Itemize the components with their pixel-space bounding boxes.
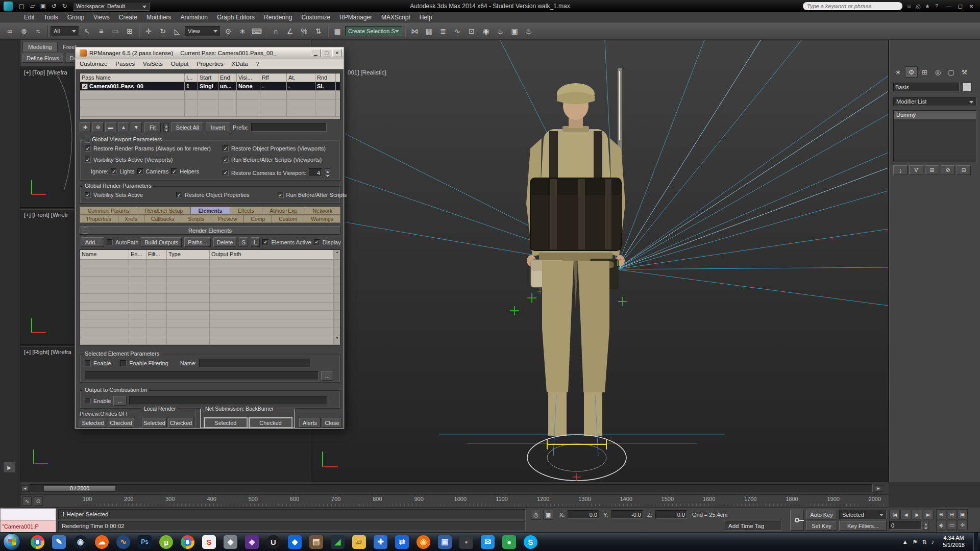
delete-element-button[interactable]: Delete (213, 237, 237, 247)
menu-help[interactable]: Help (415, 14, 437, 21)
viewport-camera-label[interactable]: 001] [Realistic] (348, 69, 386, 76)
delete-pass-icon[interactable]: ▬ (105, 122, 116, 132)
save-file-icon[interactable]: ▣ (38, 1, 48, 11)
dropbox-icon[interactable]: ◆ (288, 535, 302, 549)
audacity-icon[interactable]: ∿ (116, 535, 130, 549)
fit-button[interactable]: Fit (144, 122, 161, 132)
schematic-view-icon[interactable]: ⊡ (465, 24, 478, 38)
menu-views[interactable]: Views (89, 14, 114, 21)
elements-scrollbar[interactable]: ▲ (334, 250, 340, 259)
paths-button[interactable]: Paths... (184, 237, 210, 247)
local-checked-button[interactable]: Checked (168, 418, 193, 428)
start-button[interactable] (3, 533, 20, 550)
material-editor-icon[interactable]: ◉ (479, 24, 493, 38)
combustion-path-input[interactable] (129, 396, 327, 405)
play-button[interactable]: ▶ (912, 510, 922, 519)
clone-pass-icon[interactable]: ⊕ (92, 122, 104, 132)
preview-selected-button[interactable]: Selected (80, 418, 106, 428)
close-button[interactable]: ✕ (966, 2, 977, 11)
select-and-link-icon[interactable]: ∞ (3, 24, 16, 38)
pass-column-rnd[interactable]: Rnd (315, 73, 336, 82)
curve-editor-icon[interactable]: ∿ (451, 24, 464, 38)
mail-app-icon[interactable]: ✉ (481, 535, 495, 549)
network-icon[interactable]: ⇅ (922, 539, 926, 545)
display-checkbox[interactable] (314, 239, 320, 245)
pass-column-at[interactable]: At. (287, 73, 315, 82)
dialog-close-button[interactable]: ✕ (332, 49, 342, 57)
add-pass-icon[interactable]: ✚ (80, 122, 91, 132)
favorites-icon[interactable]: ★ (923, 2, 932, 11)
orange-app-icon[interactable]: ☁ (95, 535, 109, 549)
time-slider-thumb[interactable]: 0 / 2000 (43, 485, 116, 491)
z-coordinate-field[interactable]: 0.0 (655, 510, 687, 519)
zoom-extents-all-icon[interactable]: ◈ (936, 520, 946, 530)
pan-icon[interactable]: ✛ (958, 520, 968, 530)
mirror-icon[interactable]: ⋈ (408, 24, 421, 38)
render-setup-icon[interactable]: ♨ (494, 24, 507, 38)
elements-column-name[interactable]: Name (80, 250, 129, 259)
gray-app-icon[interactable]: ◆ (224, 535, 237, 549)
notepad-app-icon[interactable]: ✎ (52, 535, 66, 549)
menu-rendering[interactable]: Rendering (259, 14, 297, 21)
viewport-camera[interactable]: 001] [Realistic] (311, 40, 889, 482)
render-elements-rollout[interactable]: - Render Elements (80, 226, 340, 235)
alerts-button[interactable]: Alerts (299, 418, 321, 428)
red-s-app-icon[interactable]: S (202, 535, 216, 549)
ignore-lights-checkbox[interactable] (111, 168, 117, 174)
menu-edit[interactable]: Edit (19, 14, 39, 21)
combustion-enable-checkbox[interactable] (85, 398, 91, 404)
redo-icon[interactable]: ↻ (59, 1, 70, 11)
menu-group[interactable]: Group (63, 14, 89, 21)
tab-effects[interactable]: Effects (230, 207, 261, 215)
restore-render-params-checkbox[interactable] (85, 145, 91, 152)
tools-app-icon[interactable]: ✚ (374, 535, 387, 549)
new-scene-icon[interactable]: ▢ (16, 1, 27, 11)
track-bar[interactable]: ∿⊙ 1002003004005006007008009001000110012… (20, 495, 889, 508)
soldier-model[interactable] (526, 68, 625, 436)
keyboard-override-icon[interactable]: ⌨ (250, 24, 263, 38)
tab-preview[interactable]: Preview (211, 215, 243, 223)
tab-network[interactable]: Network (305, 207, 340, 215)
steam-icon[interactable]: ◉ (74, 535, 87, 549)
rpmanager-dialog[interactable]: RPManager 6.5 (2 pass license) Current P… (75, 47, 344, 429)
action-center-icon[interactable]: ⚑ (913, 539, 918, 545)
pass-column-start[interactable]: Start (198, 73, 218, 82)
go-to-start-button[interactable]: |◀ (889, 510, 900, 519)
pass-table[interactable]: Pass NameI...StartEndVisi...RffAt.RndCam… (80, 73, 340, 120)
workspace-dropdown[interactable]: Workspace: Default (73, 2, 150, 11)
time-configuration-icon[interactable]: ⊙ (34, 496, 43, 506)
elements-column-filt[interactable]: Filt... (146, 250, 167, 259)
render-production-icon[interactable]: ♨ (522, 24, 535, 38)
sign-in-icon[interactable]: ☺ (904, 2, 914, 11)
menu-animation[interactable]: Animation (176, 14, 212, 21)
folder-app-icon[interactable]: ▱ (352, 535, 366, 549)
ignore-cameras-checkbox[interactable] (137, 168, 143, 174)
net-checked-button[interactable]: Checked (249, 418, 292, 428)
utorrent-icon[interactable]: µ (159, 535, 173, 549)
render-run-scripts-checkbox[interactable] (278, 192, 284, 198)
go-to-end-button[interactable]: ▶| (923, 510, 934, 519)
unlink-selection-icon[interactable]: ⊗ (17, 24, 31, 38)
local-selected-button[interactable]: Selected (142, 418, 167, 428)
zoom-extents-icon[interactable]: ▣ (958, 509, 968, 519)
rpmanager-menu-vissets[interactable]: VisSets (139, 61, 167, 67)
remove-modifier-icon[interactable]: ⊘ (941, 165, 955, 175)
dialog-maximize-button[interactable]: ▢ (322, 49, 331, 57)
element-browse-button[interactable]: ... (321, 371, 333, 381)
element-output-path-input[interactable] (85, 371, 318, 380)
save-preset-button[interactable]: S (239, 237, 248, 247)
listener-script-pane[interactable]: "Camera001.P (0, 520, 56, 533)
visibility-sets-checkbox[interactable] (85, 157, 91, 163)
x-coordinate-field[interactable]: 0.0 (568, 510, 599, 519)
chrome-icon[interactable] (31, 535, 44, 549)
ignore-helpers-checkbox[interactable] (171, 168, 177, 174)
modifier-stack[interactable]: Dummy (893, 110, 976, 162)
select-and-manipulate-icon[interactable]: ∗ (236, 24, 249, 38)
configure-modifier-sets-icon[interactable]: ⊟ (957, 165, 971, 175)
layer-manager-icon[interactable]: ≣ (436, 24, 450, 38)
purple-app-icon[interactable]: ◈ (245, 535, 259, 549)
menu-maxscript[interactable]: MAXScript (377, 14, 415, 21)
elements-table[interactable]: NameEn...Filt...TypeOutput Path▲▼ (80, 249, 340, 345)
tab-create-icon[interactable]: ∗ (892, 66, 904, 78)
preview-checked-button[interactable]: Checked (108, 418, 134, 428)
